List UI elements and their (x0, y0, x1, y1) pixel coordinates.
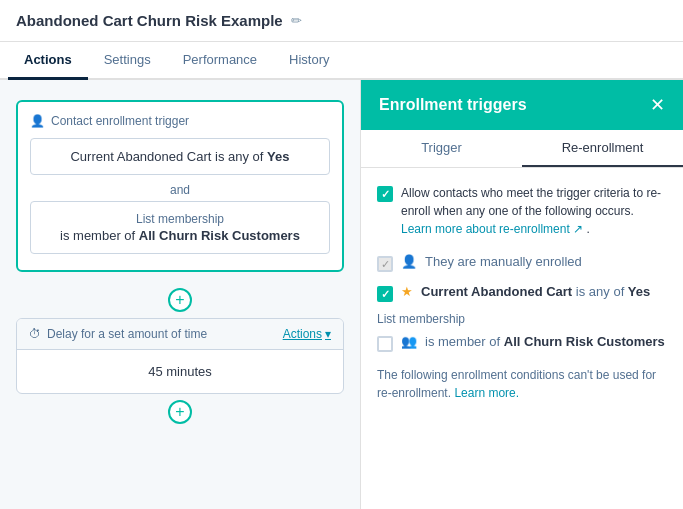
sub-tab-trigger[interactable]: Trigger (361, 130, 522, 167)
tab-performance[interactable]: Performance (167, 42, 273, 80)
manual-enroll-checkbox[interactable] (377, 256, 393, 272)
cart-reenroll-label: Current Abandoned Cart (421, 284, 572, 299)
connector-2: + (16, 394, 344, 430)
nav-tabs: Actions Settings Performance History (0, 42, 683, 80)
right-panel-title: Enrollment triggers (379, 96, 527, 114)
delay-value: 45 minutes (17, 350, 343, 393)
condition-list-reenroll: 👥 is member of All Churn Risk Customers (377, 332, 667, 354)
allow-reenrollment-checkbox[interactable] (377, 186, 393, 202)
chevron-down-icon: ▾ (325, 327, 331, 341)
app-header: Abandoned Cart Churn Risk Example ✏ (0, 0, 683, 42)
trigger-header-label: Contact enrollment trigger (51, 114, 189, 128)
left-panel: 👤 Contact enrollment trigger Current Aba… (0, 80, 360, 509)
condition-list-membership[interactable]: List membership is member of All Churn R… (30, 201, 330, 254)
reenrollment-note: The following enrollment conditions can'… (377, 366, 667, 402)
delay-header-left: ⏱ Delay for a set amount of time (29, 327, 207, 341)
cart-reenroll-checkbox[interactable] (377, 286, 393, 302)
list-membership-section-label: List membership (377, 312, 667, 326)
delay-icon: ⏱ (29, 327, 41, 341)
workflow-title: Abandoned Cart Churn Risk Example (16, 12, 283, 29)
tab-actions[interactable]: Actions (8, 42, 88, 80)
allow-reenrollment-box: Allow contacts who meet the trigger crit… (377, 184, 667, 238)
condition1-value: Yes (267, 149, 289, 164)
tab-history[interactable]: History (273, 42, 345, 80)
person-icon: 👤 (30, 114, 45, 128)
learn-more-reenrollment-label: Learn more about re-enrollment (401, 222, 570, 236)
delay-label: Delay for a set amount of time (47, 327, 207, 341)
sub-tabs: Trigger Re-enrollment (361, 130, 683, 168)
edit-icon[interactable]: ✏ (291, 13, 302, 28)
right-panel: Enrollment triggers ✕ Trigger Re-enrollm… (360, 80, 683, 509)
and-separator: and (30, 179, 330, 201)
cart-reenroll-value: Yes (628, 284, 650, 299)
list-member-icon: 👥 (401, 334, 417, 349)
condition-cart-reenroll: ★ Current Abandoned Cart is any of Yes (377, 282, 667, 304)
add-step-button-1[interactable]: + (168, 288, 192, 312)
condition-abandoned-cart[interactable]: Current Abandoned Cart is any of Yes (30, 138, 330, 175)
allow-text-content: Allow contacts who meet the trigger crit… (401, 186, 661, 218)
trigger-card-header: 👤 Contact enrollment trigger (30, 114, 330, 128)
external-link-icon: ↗ (573, 222, 583, 236)
list-reenroll-value: All Churn Risk Customers (504, 334, 665, 349)
condition1-operator: is any of (215, 149, 263, 164)
connector-1: + (16, 282, 344, 318)
learn-more-note-link[interactable]: Learn more. (454, 386, 519, 400)
condition2-label: List membership (45, 212, 315, 226)
condition2-value: All Churn Risk Customers (139, 228, 300, 243)
right-panel-header: Enrollment triggers ✕ (361, 80, 683, 130)
list-reenroll-checkbox[interactable] (377, 336, 393, 352)
condition1-label: Current Abandoned Cart (70, 149, 211, 164)
condition2-operator: is member of (60, 228, 135, 243)
cart-reenroll-text: Current Abandoned Cart is any of Yes (421, 284, 650, 299)
list-reenroll-operator: is member of (425, 334, 500, 349)
sub-tab-reenrollment[interactable]: Re-enrollment (522, 130, 683, 167)
condition2-text: is member of All Churn Risk Customers (45, 228, 315, 243)
delay-actions-button[interactable]: Actions ▾ (283, 327, 331, 341)
delay-card-header: ⏱ Delay for a set amount of time Actions… (17, 319, 343, 350)
condition-abandoned-cart-text: Current Abandoned Cart is any of Yes (45, 149, 315, 164)
learn-more-note-label: Learn more. (454, 386, 519, 400)
allow-reenrollment-text: Allow contacts who meet the trigger crit… (401, 184, 667, 238)
list-reenroll-text: is member of All Churn Risk Customers (425, 334, 665, 349)
condition-manual-enroll: 👤 They are manually enrolled (377, 252, 667, 274)
main-content: 👤 Contact enrollment trigger Current Aba… (0, 80, 683, 509)
star-icon: ★ (401, 284, 413, 299)
manual-enroll-icon: 👤 (401, 254, 417, 269)
panel-content: Allow contacts who meet the trigger crit… (361, 168, 683, 509)
delay-card: ⏱ Delay for a set amount of time Actions… (16, 318, 344, 394)
learn-more-reenrollment-link[interactable]: Learn more about re-enrollment ↗ (401, 222, 586, 236)
delay-actions-label: Actions (283, 327, 322, 341)
tab-settings[interactable]: Settings (88, 42, 167, 80)
manual-enroll-label: They are manually enrolled (425, 254, 582, 269)
trigger-card: 👤 Contact enrollment trigger Current Aba… (16, 100, 344, 272)
add-step-button-2[interactable]: + (168, 400, 192, 424)
close-button[interactable]: ✕ (650, 94, 665, 116)
